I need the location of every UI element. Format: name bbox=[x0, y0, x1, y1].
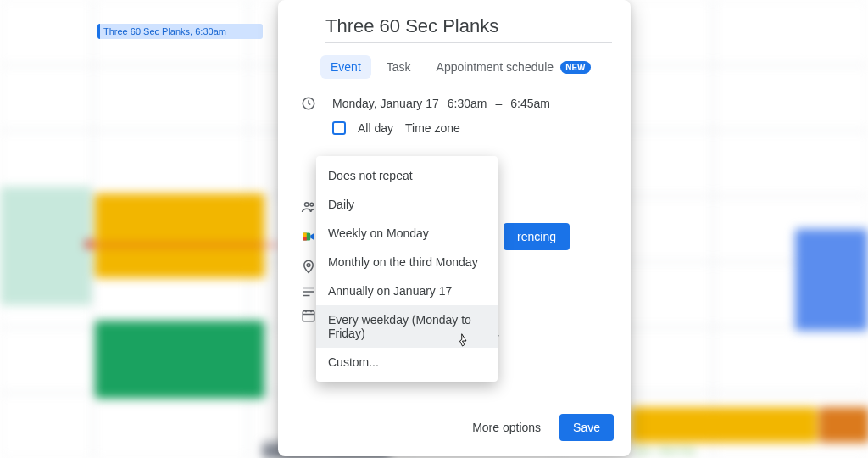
svg-rect-10 bbox=[303, 311, 314, 321]
tab-appt-label: Appointment schedule bbox=[437, 60, 554, 74]
timezone-link[interactable]: Time zone bbox=[405, 121, 460, 135]
mouse-cursor-icon bbox=[456, 332, 471, 349]
all-day-checkbox[interactable] bbox=[332, 121, 346, 135]
event-start-time[interactable]: 6:30am bbox=[448, 97, 487, 110]
recurrence-option-annually[interactable]: Annually on January 17 bbox=[316, 276, 498, 305]
time-dash: – bbox=[496, 97, 503, 110]
bg-event-pill[interactable]: Three 60 Sec Planks, 6:30am bbox=[97, 24, 263, 39]
datetime-row[interactable]: Monday, January 17 6:30am – 6:45am bbox=[278, 91, 631, 116]
add-conferencing-button[interactable]: rencing bbox=[504, 223, 570, 250]
event-title-input[interactable]: Three 60 Sec Planks bbox=[326, 15, 612, 43]
event-date[interactable]: Monday, January 17 bbox=[332, 97, 439, 110]
new-badge: NEW bbox=[560, 61, 590, 74]
save-button[interactable]: Save bbox=[559, 414, 614, 441]
bg-event-gym2: Gym - Back Day bbox=[634, 446, 761, 458]
svg-rect-4 bbox=[303, 233, 307, 237]
recurrence-option-weekly[interactable]: Weekly on Monday bbox=[316, 219, 498, 248]
tab-task[interactable]: Task bbox=[376, 55, 421, 79]
recurrence-option-daily[interactable]: Daily bbox=[316, 190, 498, 219]
tab-appointment-schedule[interactable]: Appointment schedule NEW bbox=[426, 55, 601, 79]
recurrence-option-custom[interactable]: Custom... bbox=[316, 348, 498, 377]
svg-rect-5 bbox=[303, 237, 307, 241]
clock-icon bbox=[297, 96, 320, 111]
tab-event[interactable]: Event bbox=[320, 55, 371, 79]
svg-point-2 bbox=[310, 203, 314, 206]
event-end-time[interactable]: 6:45am bbox=[510, 97, 550, 110]
recurrence-option-monthly[interactable]: Monthly on the third Monday bbox=[316, 248, 498, 276]
recurrence-option-none[interactable]: Does not repeat bbox=[316, 161, 498, 190]
type-tabs: Event Task Appointment schedule NEW bbox=[320, 55, 631, 79]
svg-point-6 bbox=[307, 264, 310, 267]
svg-point-1 bbox=[305, 203, 309, 207]
all-day-label: All day bbox=[358, 121, 393, 135]
more-options-button[interactable]: More options bbox=[467, 414, 546, 441]
